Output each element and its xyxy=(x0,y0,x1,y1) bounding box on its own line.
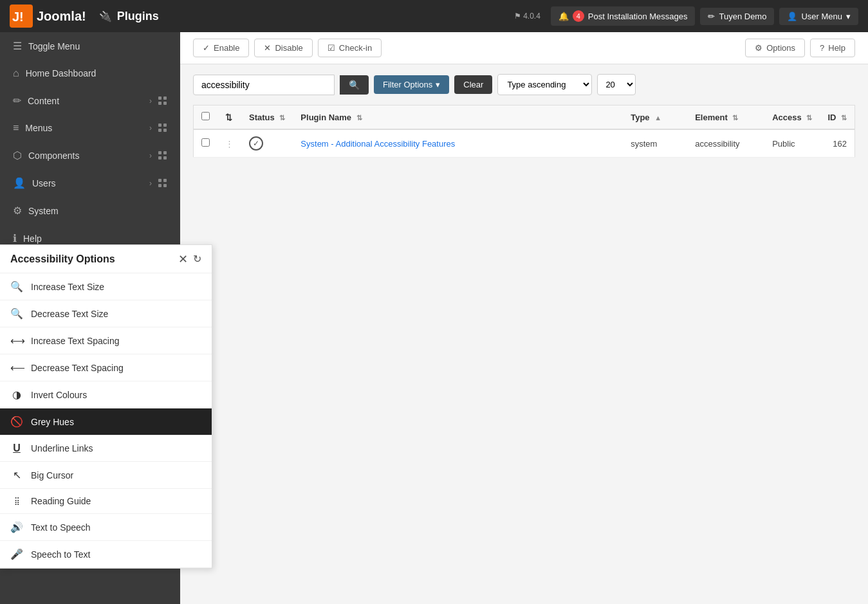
clear-button[interactable]: Clear xyxy=(454,75,492,94)
table-container: ⇅ Status ⇅ Plugin Name ⇅ Type ▲ xyxy=(180,105,868,170)
options-label: Options xyxy=(766,43,795,53)
content-icon: ✏ xyxy=(13,95,21,107)
accessibility-item-label: Text to Speech xyxy=(31,522,91,533)
row-plugin-name-cell: System - Additional Accessibility Featur… xyxy=(293,129,623,158)
per-page-select[interactable]: 5 10 15 20 25 50 100 xyxy=(598,75,635,95)
accessibility-item-big-cursor[interactable]: ↖ Big Cursor xyxy=(0,462,212,489)
accessibility-panel: Accessibility Options ✕ ↻ 🔍 Increase Tex… xyxy=(0,244,212,569)
chevron-right-icon: › xyxy=(149,151,152,160)
row-type-cell: system xyxy=(623,129,687,158)
brand-name: Joomla! xyxy=(37,9,86,24)
accessibility-item-invert-colours[interactable]: ◑ Invert Colours xyxy=(0,381,212,408)
user-icon: 👤 xyxy=(787,12,797,21)
accessibility-item-decrease-text-spacing[interactable]: ⟵ Decrease Text Spacing xyxy=(0,354,212,381)
user-menu-button[interactable]: 👤 User Menu ▾ xyxy=(779,8,858,25)
sidebar-item-menus[interactable]: ≡ Menus › xyxy=(0,114,180,142)
plugin-nav-icon: 🔌 xyxy=(99,10,112,23)
sort-icon: ⇅ xyxy=(225,113,232,122)
type-header[interactable]: Type ▲ xyxy=(623,105,687,130)
user-edit-button[interactable]: ✏ Tuyen Demo xyxy=(700,8,774,25)
plugin-name-sort-icon: ⇅ xyxy=(356,114,362,122)
row-checkbox-cell xyxy=(194,129,218,158)
accessibility-item-label: Grey Hues xyxy=(31,417,74,427)
accessibility-item-label: Underline Links xyxy=(31,443,93,453)
sidebar-item-label: Help xyxy=(23,233,167,244)
accessibility-item-speech-to-text[interactable]: 🎤 Speech to Text xyxy=(0,541,212,568)
status-label: Status xyxy=(249,113,275,122)
accessibility-item-reading-guide[interactable]: ⣿ Reading Guide xyxy=(0,489,212,514)
search-input[interactable] xyxy=(193,75,335,95)
grid-icon xyxy=(158,96,167,105)
disable-button[interactable]: ✕ Disable xyxy=(254,39,312,57)
status-header[interactable]: Status ⇅ xyxy=(241,105,293,130)
edit-icon: ✏ xyxy=(708,12,715,21)
accessibility-item-label: Decrease Text Spacing xyxy=(31,363,124,373)
enable-button[interactable]: ✓ Enable xyxy=(193,39,249,57)
accessibility-item-label: Reading Guide xyxy=(31,496,91,506)
decrease-text-size-icon: 🔍 xyxy=(10,307,23,320)
element-header[interactable]: Element ⇅ xyxy=(687,105,764,130)
accessibility-item-label: Big Cursor xyxy=(31,470,73,480)
accessibility-item-increase-text-spacing[interactable]: ⟷ Increase Text Spacing xyxy=(0,327,212,354)
sidebar-item-system[interactable]: ⚙ System xyxy=(0,197,180,224)
content-area: ✓ Enable ✕ Disable ☑ Check-in ⚙ Options … xyxy=(180,32,868,604)
sidebar-item-label: Toggle Menu xyxy=(28,41,167,51)
grey-hues-icon: 🚫 xyxy=(10,416,23,428)
sidebar-item-toggle-menu[interactable]: ☰ Toggle Menu xyxy=(0,32,180,60)
page-title: Plugins xyxy=(117,10,159,23)
sidebar-item-components[interactable]: ⬡ Components › xyxy=(0,142,180,169)
enable-label: Enable xyxy=(214,43,239,53)
accessibility-item-label: Decrease Text Size xyxy=(31,309,108,319)
accessibility-refresh-button[interactable]: ↻ xyxy=(193,253,201,265)
toggle-menu-icon: ☰ xyxy=(13,40,22,52)
id-header[interactable]: ID ⇅ xyxy=(820,105,854,130)
navbar-right: ⚑ 4.0.4 🔔 4 Post Installation Messages ✏… xyxy=(514,6,858,26)
status-enabled-icon[interactable]: ✓ xyxy=(249,136,263,151)
accessibility-item-decrease-text-size[interactable]: 🔍 Decrease Text Size xyxy=(0,300,212,327)
notification-count: 4 xyxy=(573,10,584,22)
plugin-name-header[interactable]: Plugin Name ⇅ xyxy=(293,105,623,130)
type-sort-icon: ▲ xyxy=(654,114,661,122)
filter-options-button[interactable]: Filter Options ▾ xyxy=(374,75,449,94)
accessibility-item-grey-hues[interactable]: 🚫 Grey Hues xyxy=(0,408,212,435)
sidebar-item-label: Content xyxy=(28,96,143,106)
navbar: J! Joomla! 🔌 Plugins ⚑ 4.0.4 🔔 4 Post In… xyxy=(0,0,868,32)
filter-options-label: Filter Options xyxy=(383,80,432,89)
sidebar-item-users[interactable]: 👤 Users › xyxy=(0,169,180,197)
search-button[interactable]: 🔍 xyxy=(340,75,369,95)
increase-text-size-icon: 🔍 xyxy=(10,280,23,293)
chevron-down-icon: ▾ xyxy=(436,80,440,89)
options-button[interactable]: ⚙ Options xyxy=(745,39,805,57)
checkin-button[interactable]: ☑ Check-in xyxy=(318,39,382,57)
per-page-select-wrapper: 5 10 15 20 25 50 100 xyxy=(597,74,636,95)
access-header[interactable]: Access ⇅ xyxy=(764,105,820,130)
grid-icon xyxy=(158,124,167,133)
sidebar-item-content[interactable]: ✏ Content › xyxy=(0,87,180,114)
checkin-icon: ☑ xyxy=(328,43,335,53)
sort-select[interactable]: Type ascending Type descending Name asce… xyxy=(498,75,591,95)
accessibility-item-increase-text-size[interactable]: 🔍 Increase Text Size xyxy=(0,273,212,300)
select-all-checkbox[interactable] xyxy=(201,112,210,120)
accessibility-close-button[interactable]: ✕ xyxy=(178,253,188,265)
row-id-value: 162 xyxy=(833,139,847,149)
accessibility-item-label: Speech to Text xyxy=(31,549,90,560)
user-name: Tuyen Demo xyxy=(719,12,766,21)
sidebar-item-label: Home Dashboard xyxy=(26,68,167,78)
help-button[interactable]: ? Help xyxy=(810,39,855,57)
accessibility-item-text-to-speech[interactable]: 🔊 Text to Speech xyxy=(0,514,212,541)
text-to-speech-icon: 🔊 xyxy=(10,521,23,533)
drag-handle-icon[interactable]: ⋮ xyxy=(225,139,234,149)
toolbar: ✓ Enable ✕ Disable ☑ Check-in ⚙ Options … xyxy=(180,32,868,64)
select-all-header xyxy=(194,105,218,130)
row-checkbox[interactable] xyxy=(201,138,210,147)
element-label: Element xyxy=(695,113,728,122)
row-element-cell: accessibility xyxy=(687,129,764,158)
plugin-name-link[interactable]: System - Additional Accessibility Featur… xyxy=(300,139,455,149)
sidebar-item-home-dashboard[interactable]: ⌂ Home Dashboard xyxy=(0,60,180,87)
bell-icon: 🔔 xyxy=(559,12,569,21)
row-access-cell: Public xyxy=(764,129,820,158)
accessibility-item-label: Invert Colours xyxy=(31,390,87,400)
notifications-button[interactable]: 🔔 4 Post Installation Messages xyxy=(551,6,696,26)
accessibility-item-underline-links[interactable]: U Underline Links xyxy=(0,435,212,462)
chevron-right-icon: › xyxy=(149,96,152,105)
